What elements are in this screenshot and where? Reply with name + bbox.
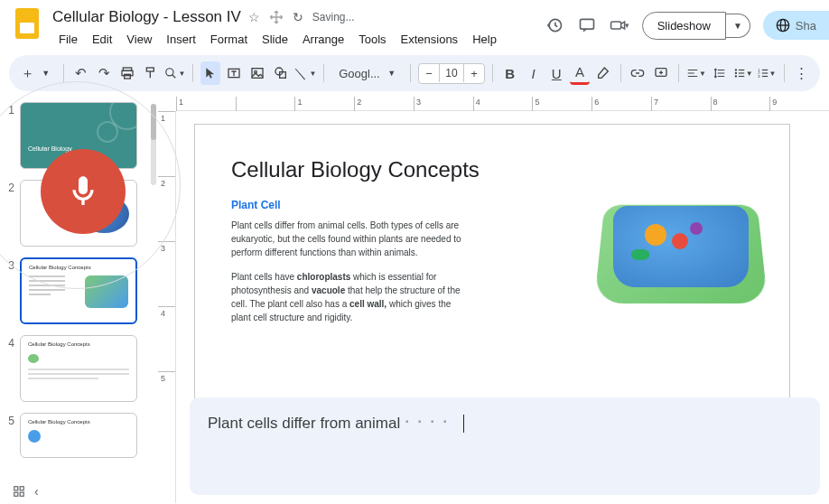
highlight-button[interactable]	[593, 61, 613, 85]
textbox-tool[interactable]	[224, 61, 244, 85]
menu-insert[interactable]: Insert	[160, 29, 202, 50]
text-cursor	[463, 415, 464, 433]
redo-button[interactable]: ↷	[94, 61, 114, 85]
collapse-filmstrip-icon[interactable]: ‹	[34, 484, 39, 499]
svg-rect-28	[14, 487, 18, 490]
bullet-list-button[interactable]: ▼	[733, 61, 753, 85]
svg-text:3: 3	[758, 74, 760, 79]
history-icon[interactable]	[545, 15, 564, 35]
new-slide-dropdown[interactable]: ▼	[36, 61, 56, 85]
saving-status: Saving...	[312, 11, 355, 23]
menu-bar: File Edit View Insert Format Slide Arran…	[52, 29, 536, 50]
menu-slide[interactable]: Slide	[256, 29, 294, 50]
font-size-value[interactable]: 10	[439, 64, 464, 82]
line-tool[interactable]: ＼▼	[293, 61, 316, 85]
menu-extensions[interactable]: Extensions	[395, 29, 465, 50]
horizontal-ruler[interactable]: 1 1 2 3 4 5 6 7 8 9	[176, 97, 829, 111]
font-selector[interactable]: Googl...	[339, 67, 382, 80]
thumb-title: Cellular Biology	[28, 145, 72, 152]
svg-rect-8	[146, 68, 154, 71]
numbered-list-button[interactable]: 123▼	[757, 61, 777, 85]
slide-thumbnail-4[interactable]: 4 Cellular Biology Concepts	[4, 335, 151, 402]
status-icon[interactable]: ↻	[293, 10, 303, 24]
svg-rect-2	[610, 22, 620, 29]
paint-format-button[interactable]	[141, 61, 161, 85]
voice-input-bar[interactable]: Plant cells differ from animal ⠂⠂⠂⠂	[190, 397, 820, 495]
thumb-title: Cellular Biology Concepts	[29, 265, 91, 270]
add-comment-button[interactable]	[651, 61, 671, 85]
grid-view-icon[interactable]	[13, 485, 25, 498]
slide-subtitle-text[interactable]: Plant Cell	[231, 199, 281, 211]
shape-tool[interactable]	[271, 61, 291, 85]
menu-edit[interactable]: Edit	[86, 29, 118, 50]
italic-button[interactable]: I	[524, 61, 544, 85]
svg-rect-30	[14, 492, 18, 496]
star-icon[interactable]: ☆	[248, 10, 260, 24]
vertical-ruler[interactable]: 1 2 3 4 5	[158, 111, 176, 503]
menu-arrange[interactable]: Arrange	[296, 29, 350, 50]
plant-cell-image[interactable]	[591, 179, 771, 323]
filmstrip-scrollbar[interactable]	[151, 104, 156, 185]
voice-pending-dots: ⠂⠂⠂⠂	[404, 414, 454, 433]
slide-number: 1	[4, 102, 14, 169]
bottom-toolbar: ‹	[0, 479, 181, 504]
svg-point-16	[734, 69, 736, 70]
slide-number: 3	[4, 257, 14, 324]
slideshow-button[interactable]: Slideshow	[642, 12, 726, 40]
font-size-increase[interactable]: +	[464, 64, 484, 83]
menu-tools[interactable]: Tools	[352, 29, 392, 50]
slide-thumbnail-5[interactable]: 5 Cellular Biology Concepts	[4, 413, 151, 458]
select-tool[interactable]	[200, 61, 220, 85]
svg-rect-31	[20, 492, 23, 496]
slide-body-text[interactable]: Plant cells differ from animal cells. Bo…	[231, 219, 466, 335]
menu-format[interactable]: Format	[204, 29, 254, 50]
undo-button[interactable]: ↶	[70, 61, 90, 85]
thumb-title: Cellular Biology Concepts	[28, 419, 90, 425]
svg-point-9	[165, 69, 172, 76]
svg-rect-19	[738, 70, 743, 70]
comment-icon[interactable]	[577, 15, 597, 35]
slide-title-text[interactable]: Cellular Biology Concepts	[231, 157, 480, 182]
title-area: Cellular Biology - Lesson IV ☆ ↻ Saving.…	[52, 7, 536, 50]
font-size-decrease[interactable]: −	[419, 64, 439, 83]
font-size-control: − 10 +	[418, 63, 485, 84]
text-color-button[interactable]: A	[570, 61, 590, 85]
menu-help[interactable]: Help	[466, 29, 503, 50]
camera-icon[interactable]: ▾	[610, 15, 629, 35]
zoom-button[interactable]: ▼	[164, 61, 186, 85]
new-slide-button[interactable]: ＋	[18, 61, 38, 85]
voice-transcript: Plant cells differ from animal	[208, 415, 400, 433]
print-button[interactable]	[117, 61, 137, 85]
svg-rect-26	[761, 72, 767, 73]
share-button[interactable]: Sha	[763, 11, 829, 40]
image-tool[interactable]	[247, 61, 267, 85]
menu-file[interactable]: File	[52, 29, 84, 50]
svg-point-18	[734, 75, 736, 77]
header-actions: ▾ Slideshow ▼ Sha	[545, 7, 818, 40]
slide-number: 5	[4, 413, 14, 458]
document-title[interactable]: Cellular Biology - Lesson IV	[52, 8, 241, 26]
svg-rect-21	[738, 76, 743, 77]
slideshow-dropdown[interactable]: ▼	[726, 14, 750, 38]
bold-button[interactable]: B	[500, 61, 520, 85]
thumb-title: Cellular Biology Concepts	[28, 341, 90, 347]
more-tools-button[interactable]: ⋮	[791, 61, 811, 85]
slide-number: 2	[4, 180, 14, 247]
menu-view[interactable]: View	[120, 29, 158, 50]
line-spacing-button[interactable]	[710, 61, 730, 85]
underline-button[interactable]: U	[546, 61, 566, 85]
svg-rect-20	[738, 72, 743, 73]
slides-logo[interactable]	[11, 7, 43, 40]
svg-point-17	[734, 72, 736, 74]
font-dropdown-icon[interactable]: ▼	[387, 69, 396, 78]
svg-rect-27	[761, 76, 767, 77]
voice-typing-mic-button[interactable]	[41, 149, 126, 234]
link-button[interactable]	[629, 61, 648, 85]
toolbar: ＋ ▼ ↶ ↷ ▼ ＼▼ Googl... ▼ − 10 + B I U A	[9, 55, 820, 91]
share-label: Sha	[796, 19, 816, 33]
move-icon[interactable]	[269, 10, 284, 24]
svg-rect-1	[580, 19, 593, 29]
svg-rect-25	[761, 70, 767, 70]
align-button[interactable]: ▼	[686, 61, 706, 85]
slide-thumbnail-3[interactable]: 3 Cellular Biology Concepts	[4, 257, 151, 324]
